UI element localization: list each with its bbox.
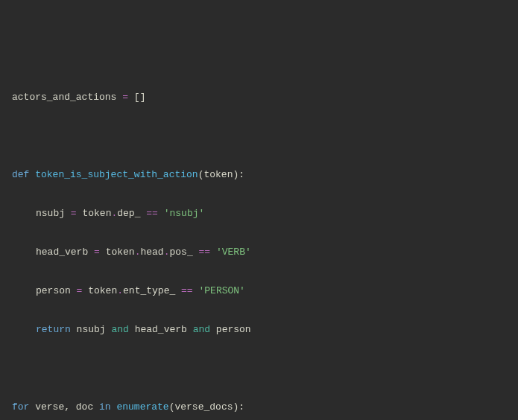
builtin: enumerate (111, 401, 169, 413)
attribute: head (140, 246, 163, 258)
keyword-for: for (12, 401, 29, 413)
operator: == (193, 246, 216, 258)
brackets: [] (134, 92, 146, 103)
attribute: dep_ (117, 208, 140, 219)
string: 'VERB' (216, 246, 251, 258)
code-line-7: return nsubj and head_verb and person (12, 320, 506, 340)
attribute: ent_type_ (123, 285, 175, 296)
keyword-in: in (99, 401, 111, 413)
identifier: token (106, 246, 135, 258)
blank-line (12, 359, 506, 378)
identifier: nsubj (71, 324, 112, 335)
identifier: head_verb (129, 324, 193, 335)
operator: == (175, 285, 198, 296)
code-line-1: actors_and_actions = [] (12, 88, 506, 107)
keyword-return: return (36, 324, 71, 335)
identifier: token (82, 208, 111, 219)
param: token (203, 169, 233, 180)
code-line-4: nsubj = token.dep_ == 'nsubj' (12, 204, 506, 223)
operator: == (140, 208, 163, 219)
identifier: person (210, 324, 251, 335)
operator: = (116, 92, 133, 103)
operator: = (88, 246, 105, 258)
keyword-and: and (193, 324, 210, 335)
operator: = (71, 285, 88, 296)
variable: actors_and_actions (12, 92, 116, 103)
code-line-9: for verse, doc in enumerate(verse_docs): (12, 398, 506, 417)
variable: person (36, 285, 71, 296)
dot: . (117, 285, 123, 296)
attribute: pos_ (169, 246, 192, 258)
keyword-and: and (111, 324, 128, 335)
paren: ): (233, 169, 244, 180)
keyword-def: def (12, 169, 29, 180)
function-name: token_is_subject_with_action (29, 169, 198, 180)
paren: ): (233, 401, 244, 413)
code-line-5: head_verb = token.head.pos_ == 'VERB' (12, 243, 506, 262)
identifier: verse_docs (174, 401, 233, 413)
code-line-3: def token_is_subject_with_action(token): (12, 165, 506, 185)
identifier: verse, doc (29, 401, 99, 413)
string: 'nsubj' (164, 208, 205, 219)
operator: = (65, 208, 82, 219)
identifier: token (88, 285, 117, 296)
variable: head_verb (36, 246, 88, 258)
blank-line (12, 127, 506, 146)
code-line-6: person = token.ent_type_ == 'PERSON' (12, 281, 506, 301)
string: 'PERSON' (198, 285, 244, 296)
variable: nsubj (36, 208, 65, 219)
